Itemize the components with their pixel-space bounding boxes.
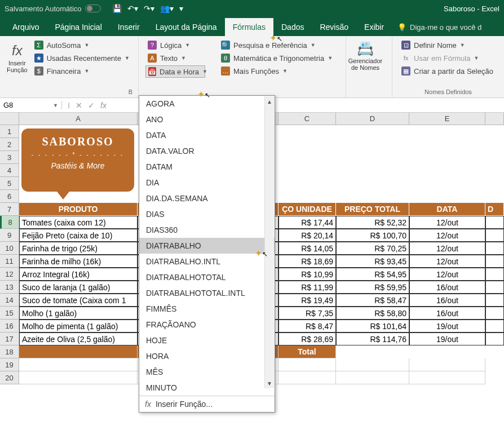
autosum-button[interactable]: ΣAutoSoma▼ [32,39,132,51]
cell-produto[interactable]: Molho de pimenta (1 galão) [19,320,138,333]
cell-data[interactable]: 16/out [409,294,485,307]
row-header[interactable]: 19 [0,358,19,371]
grid-cell[interactable] [278,125,336,138]
grid-cell[interactable] [278,138,336,151]
grid-cell[interactable] [278,190,336,203]
dropdown-item[interactable]: DIAS360 [139,222,275,238]
col-header-A[interactable]: A [19,113,138,125]
row-header[interactable]: 9 [0,229,19,242]
name-manager-button[interactable]: 📇 Gerenciador de Nomes [351,38,380,73]
cell-preco-total[interactable]: R$ 101,64 [336,320,409,333]
auto-save-toggle[interactable]: Salvamento Automático [5,5,101,13]
dropdown-item[interactable]: FRAÇÃOANO [139,317,275,333]
touch-mode-icon[interactable]: 👥▾ [160,4,174,13]
grid-cell[interactable] [336,138,409,151]
undo-icon[interactable]: ↶▾ [127,4,138,13]
cell-preco-total[interactable]: R$ 59,95 [336,281,409,294]
cell-data[interactable]: 12/out [409,255,485,268]
row-header[interactable]: 8 [0,216,19,229]
col-header-F[interactable] [485,113,504,125]
math-button[interactable]: θMatemática e Trigonometria▼ [219,52,339,64]
more-functions-button[interactable]: …Mais Funções▼ [219,65,339,77]
tab-revisao[interactable]: Revisão [312,18,356,36]
table-total-cell[interactable] [19,345,138,358]
cell-extra[interactable] [485,242,504,255]
cell-extra[interactable] [485,320,504,333]
cell-produto[interactable]: Azeite de Oliva (2,5 galão) [19,333,138,345]
cell-produto[interactable]: Farinha de milho (16k) [19,255,138,268]
tab-inserir[interactable]: Inserir [110,18,148,36]
qat-customize-icon[interactable]: ▾ [179,4,183,13]
cell-produto[interactable]: Molho (1 galão) [19,307,138,320]
cell-preco-unidade[interactable]: R$ 14,05 [278,242,336,255]
define-name-button[interactable]: ⊡Definir Nome▼ [399,39,497,51]
table-header-preco-total[interactable]: PREÇO TOTAL [336,203,409,216]
grid-cell[interactable] [409,371,485,384]
cell-data[interactable]: 12/out [409,242,485,255]
grid-cell[interactable] [409,151,485,164]
insert-function-footer[interactable]: fx Inserir Função... [139,396,275,412]
table-total-label[interactable]: Total [278,345,336,358]
cell-data[interactable]: 12/out [409,229,485,242]
cell-preco-unidade[interactable]: R$ 18,69 [278,255,336,268]
cell-extra[interactable] [485,333,504,345]
grid-cell[interactable] [336,151,409,164]
grid-cell[interactable] [278,177,336,190]
cell-extra[interactable] [485,268,504,281]
cell-preco-unidade[interactable]: R$ 17,44 [278,216,336,229]
tab-layout[interactable]: Layout da Página [148,18,225,36]
tab-arquivo[interactable]: Arquivo [5,18,47,36]
row-header[interactable]: 13 [0,281,19,294]
scroll-down-icon[interactable]: ▼ [265,378,274,388]
dropdown-item[interactable]: ANO [139,112,275,127]
dropdown-item[interactable]: DIA [139,175,275,190]
name-box[interactable]: G8 ▼ [0,101,62,109]
cell-preco-total[interactable]: R$ 52,32 [336,216,409,229]
cell-data[interactable]: 12/out [409,216,485,229]
tab-exibir[interactable]: Exibir [356,18,392,36]
col-header-D[interactable]: D [336,113,409,125]
cell-produto[interactable]: Tomates (caixa com 12) [19,216,138,229]
insert-function-button[interactable]: fx Inserir Função [5,38,30,78]
row-header[interactable]: 5 [0,177,19,190]
cell-produto[interactable]: Arroz Integral (16k) [19,268,138,281]
dropdown-item[interactable]: DIATRABALHO [139,238,275,254]
row-header[interactable]: 20 [0,371,19,384]
grid-cell[interactable] [278,371,336,384]
cell-produto[interactable]: Farinha de trigo (25k) [19,242,138,255]
cell-preco-total[interactable]: R$ 54,95 [336,268,409,281]
cell-produto[interactable]: Suco de laranja (1 galão) [19,281,138,294]
logical-button[interactable]: ?Lógica▼ [145,39,205,51]
cell-preco-unidade[interactable]: R$ 19,49 [278,294,336,307]
dropdown-item[interactable]: MÊS [139,364,275,380]
dropdown-item[interactable]: DIAS [139,206,275,222]
cell-produto[interactable]: Feijão Preto (caixa de 10) [19,229,138,242]
date-time-button[interactable]: 📅Data e Hora▼ [145,65,205,78]
redo-icon[interactable]: ↷▾ [144,4,154,13]
select-all-corner[interactable] [0,113,19,125]
cell-preco-total[interactable]: R$ 114,76 [336,333,409,345]
grid-cell[interactable] [409,358,485,371]
grid-cell[interactable] [19,358,138,371]
grid-cell[interactable] [336,345,409,358]
grid-cell[interactable] [19,190,138,203]
table-header-produto[interactable]: PRODUTO [19,203,138,216]
cell-preco-total[interactable]: R$ 58,80 [336,307,409,320]
grid-cell[interactable] [336,371,409,384]
cell-extra[interactable] [485,307,504,320]
row-header[interactable]: 7 [0,203,19,216]
row-header[interactable]: 1 [0,125,19,138]
cell-data[interactable]: 16/out [409,307,485,320]
grid-cell[interactable] [336,358,409,371]
cell-data[interactable]: 16/out [409,281,485,294]
recent-button[interactable]: ★Usadas Recentemente▼ [32,52,132,64]
grid-cell[interactable] [409,164,485,177]
row-header[interactable]: 12 [0,268,19,281]
dropdown-scrollbar[interactable]: ▲ ▼ [264,96,274,388]
financial-button[interactable]: $Financeira▼ [32,65,132,77]
create-from-selection-button[interactable]: ▦Criar a partir da Seleção [399,65,497,77]
row-header[interactable]: 15 [0,307,19,320]
grid-cell[interactable] [409,125,485,138]
dropdown-item[interactable]: DIATRABALHOTOTAL.INTL [139,285,275,301]
tell-me-search[interactable]: 💡 Diga-me o que você d [397,19,481,36]
